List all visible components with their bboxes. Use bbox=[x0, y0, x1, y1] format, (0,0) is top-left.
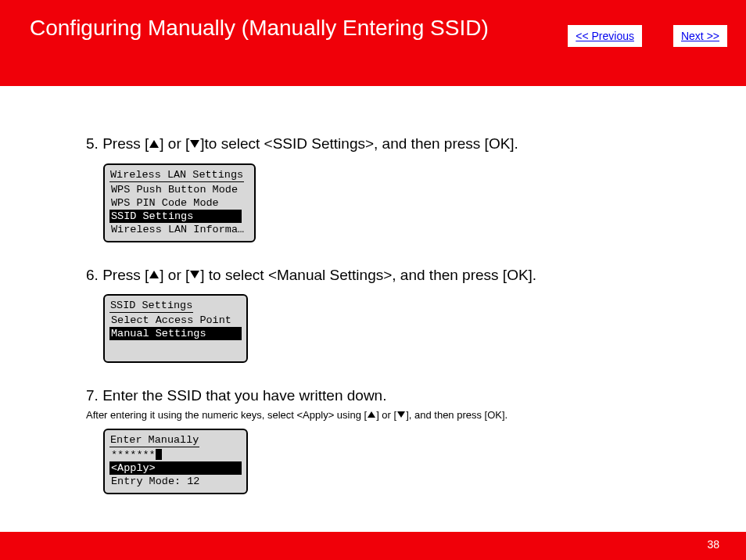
lcd3-apply-row: <Apply> bbox=[109, 461, 242, 475]
step-6-text-c: ] to select <Manual Settings>, and then … bbox=[200, 267, 536, 283]
step-7-number: 7. bbox=[86, 387, 99, 404]
step-7-note-c: ], and then press [OK]. bbox=[406, 409, 507, 421]
step-6-text-b: ] or [ bbox=[160, 267, 189, 283]
lcd3-input-row: ******* bbox=[109, 448, 242, 461]
step-7-note-a: After entering it using the numeric keys… bbox=[86, 409, 367, 421]
lcd2-title: SSID Settings bbox=[109, 299, 193, 313]
lcd-screen-3: Enter Manually ******* <Apply> Entry Mod… bbox=[103, 429, 248, 494]
lcd3-masked-input: ******* bbox=[111, 448, 156, 461]
step-7: 7. Enter the SSID that you have written … bbox=[86, 385, 657, 494]
lcd3-title: Enter Manually bbox=[109, 433, 199, 447]
step-7-note: After entering it using the numeric keys… bbox=[86, 409, 657, 421]
next-link[interactable]: Next >> bbox=[673, 25, 727, 47]
lcd1-title: Wireless LAN Settings bbox=[109, 168, 244, 182]
step-5-text-b: ] or [ bbox=[160, 135, 189, 152]
up-arrow-icon bbox=[149, 271, 159, 278]
nav-buttons: << Previous Next >> bbox=[568, 25, 727, 47]
lcd-screen-1: Wireless LAN Settings WPS Push Button Mo… bbox=[103, 163, 256, 242]
page-number: 38 bbox=[707, 538, 719, 551]
cursor-icon bbox=[156, 449, 162, 460]
step-6-text-a: Press [ bbox=[102, 267, 149, 283]
previous-link[interactable]: << Previous bbox=[568, 25, 642, 47]
step-6-number: 6. bbox=[86, 267, 99, 283]
step-5-text-c: ]to select <SSID Settings>, and then pre… bbox=[200, 135, 518, 152]
footer-bar: 38 bbox=[0, 532, 746, 560]
step-5: 5. Press [] or []to select <SSID Setting… bbox=[86, 133, 657, 242]
step-6: 6. Press [] or [] to select <Manual Sett… bbox=[86, 264, 657, 364]
step-5-text-a: Press [ bbox=[102, 135, 149, 152]
header-bar: Configuring Manually (Manually Entering … bbox=[0, 0, 746, 86]
lcd2-row-1: Select Access Point bbox=[109, 314, 242, 327]
lcd3-entry-mode: Entry Mode: 12 bbox=[109, 475, 242, 488]
content-area: 5. Press [] or []to select <SSID Setting… bbox=[0, 86, 657, 494]
lcd2-row-selected: Manual Settings bbox=[109, 327, 242, 340]
down-arrow-icon bbox=[397, 411, 405, 418]
down-arrow-icon bbox=[190, 271, 199, 278]
step-7-instruction: 7. Enter the SSID that you have written … bbox=[86, 385, 657, 407]
lcd-screen-2: SSID Settings Select Access Point Manual… bbox=[103, 294, 248, 363]
step-7-text: Enter the SSID that you have written dow… bbox=[102, 387, 386, 404]
up-arrow-icon bbox=[368, 411, 375, 418]
lcd1-row-2: WPS PIN Code Mode bbox=[109, 196, 249, 210]
step-5-instruction: 5. Press [] or []to select <SSID Setting… bbox=[86, 133, 657, 156]
lcd1-row-1: WPS Push Button Mode bbox=[109, 183, 249, 196]
step-7-note-b: ] or [ bbox=[376, 409, 396, 421]
step-6-instruction: 6. Press [] or [] to select <Manual Sett… bbox=[86, 264, 657, 287]
down-arrow-icon bbox=[190, 140, 199, 148]
step-5-number: 5. bbox=[86, 135, 99, 152]
lcd1-row-4: Wireless LAN Informa… bbox=[109, 223, 249, 236]
lcd1-row-selected: SSID Settings bbox=[109, 210, 242, 223]
up-arrow-icon bbox=[149, 140, 159, 148]
